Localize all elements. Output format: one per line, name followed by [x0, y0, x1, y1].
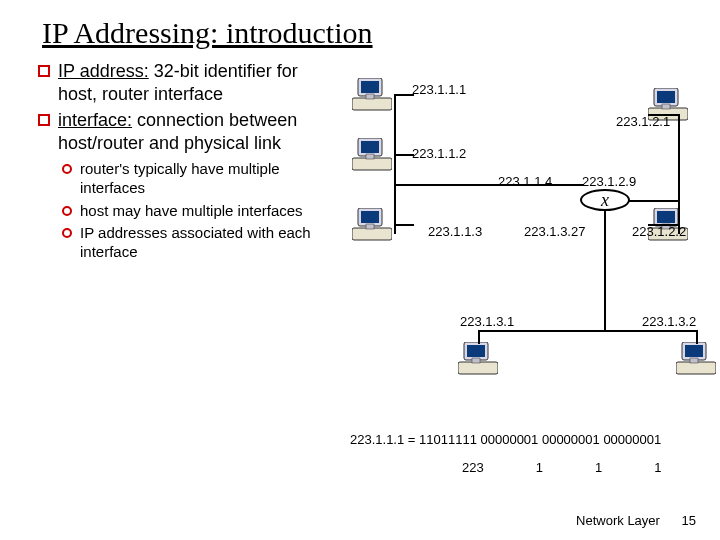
ip-label: 223.1.1.4	[498, 174, 552, 189]
ip-label: 223.1.2.9	[582, 174, 636, 189]
ip-label: 223.1.3.1	[460, 314, 514, 329]
bullet-item: IP address: 32-bit identifier for host, …	[38, 60, 338, 105]
octet: 1	[595, 460, 602, 475]
host-icon	[352, 78, 392, 114]
host-icon	[458, 342, 498, 378]
circle-bullet-icon	[62, 206, 72, 216]
sub-bullet-text: host may have multiple interfaces	[80, 202, 303, 221]
octet: 223	[462, 460, 484, 475]
circle-bullet-icon	[62, 228, 72, 238]
sub-bullet-text: router's typically have multiple interfa…	[80, 160, 338, 198]
sub-bullet-item: router's typically have multiple interfa…	[62, 160, 338, 198]
sub-bullet-item: host may have multiple interfaces	[62, 202, 338, 221]
sub-bullet-text: IP addresses associated with each interf…	[80, 224, 338, 262]
octet: 1	[654, 460, 661, 475]
binary-expansion: 223.1.1.1 = 11011111 00000001 00000001 0…	[350, 432, 661, 447]
term: interface:	[58, 110, 132, 130]
ip-label: 223.1.1.3	[428, 224, 482, 239]
host-icon	[352, 208, 392, 244]
ip-label: 223.1.3.27	[524, 224, 585, 239]
bullet-item: interface: connection between host/route…	[38, 109, 338, 154]
bullet-list: IP address: 32-bit identifier for host, …	[38, 60, 338, 266]
ip-label: 223.1.2.1	[616, 114, 670, 129]
page-number: 15	[682, 513, 696, 528]
host-icon	[352, 138, 392, 174]
slide-footer: Network Layer 15	[558, 513, 696, 528]
square-bullet-icon	[38, 114, 50, 126]
ip-label: 223.1.3.2	[642, 314, 696, 329]
ip-label: 223.1.1.2	[412, 146, 466, 161]
section-label: Network Layer	[576, 513, 660, 528]
circle-bullet-icon	[62, 164, 72, 174]
sub-bullet-item: IP addresses associated with each interf…	[62, 224, 338, 262]
square-bullet-icon	[38, 65, 50, 77]
host-icon	[676, 342, 716, 378]
sub-bullet-list: router's typically have multiple interfa…	[62, 160, 338, 262]
term: IP address:	[58, 61, 149, 81]
network-diagram: x 223.1.1.1 223.1.1.2 223.1.1.3 223.1.1.…	[348, 74, 708, 394]
router-icon: x	[580, 189, 630, 211]
slide-title: IP Addressing: introduction	[0, 0, 720, 50]
octet-labels: 223 1 1 1	[462, 460, 661, 475]
octet: 1	[536, 460, 543, 475]
ip-label: 223.1.1.1	[412, 82, 466, 97]
